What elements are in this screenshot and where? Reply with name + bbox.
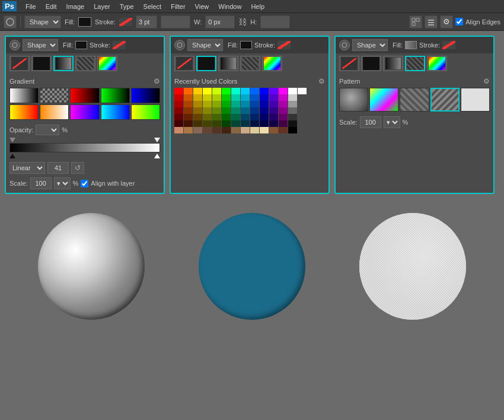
color-fill-tab-solid[interactable] (196, 56, 216, 71)
color-cell[interactable] (288, 101, 297, 107)
w-input[interactable] (205, 15, 235, 28)
pattern-shape-dropdown[interactable]: Shape (352, 39, 388, 51)
color-cell[interactable] (250, 94, 259, 101)
color-cell[interactable] (231, 120, 240, 127)
color-cell[interactable] (184, 114, 193, 120)
color-cell[interactable] (231, 127, 240, 133)
menu-image[interactable]: Image (62, 2, 89, 11)
color-cell[interactable] (222, 120, 231, 127)
gradient-swatch-0[interactable] (9, 88, 39, 103)
color-cell[interactable] (269, 114, 278, 120)
color-cell[interactable] (260, 120, 269, 127)
gradient-type-dropdown[interactable]: Linear Radial Angle (9, 162, 45, 174)
color-cell[interactable] (203, 114, 212, 120)
color-cell[interactable] (193, 114, 202, 120)
color-cell[interactable] (184, 120, 193, 127)
color-fill-tab-gradient[interactable] (218, 56, 238, 71)
color-cell[interactable] (231, 101, 240, 107)
menu-file[interactable]: File (21, 2, 40, 11)
pattern-stroke-swatch[interactable] (442, 41, 455, 49)
pattern-fill-swatch[interactable] (405, 41, 417, 49)
menu-edit[interactable]: Edit (42, 2, 61, 11)
color-cell[interactable] (212, 94, 221, 101)
fill-tab-solid[interactable] (31, 56, 52, 71)
color-cell[interactable] (260, 88, 269, 94)
color-cell[interactable] (193, 127, 202, 133)
color-cell[interactable] (212, 107, 221, 114)
color-cell[interactable] (193, 120, 202, 127)
pattern-settings-gear[interactable]: ⚙ (483, 77, 490, 85)
color-cell[interactable] (193, 107, 202, 114)
link-icon[interactable]: ⛓ (238, 17, 247, 27)
gradient-bar[interactable] (9, 143, 160, 152)
color-cell[interactable] (174, 94, 183, 101)
color-cell[interactable] (174, 107, 183, 114)
color-cell[interactable] (222, 88, 231, 94)
gradient-swatch-5[interactable] (9, 104, 39, 120)
color-cell[interactable] (184, 101, 193, 107)
color-stroke-swatch[interactable] (277, 41, 291, 49)
stroke-type-dropdown[interactable] (161, 15, 190, 28)
color-cell[interactable] (222, 114, 231, 120)
color-cell[interactable] (250, 114, 259, 120)
gradient-shape-dropdown[interactable]: Shape (23, 39, 58, 51)
gradient-circle-btn[interactable] (9, 40, 20, 50)
color-cell[interactable] (184, 88, 193, 94)
fill-tab-color[interactable] (97, 56, 117, 71)
color-cell[interactable] (279, 94, 288, 101)
menu-window[interactable]: Window (214, 2, 245, 11)
shape-tool-icon[interactable] (4, 15, 17, 28)
color-cell[interactable] (174, 120, 183, 127)
color-circle-btn[interactable] (174, 40, 185, 50)
color-cell[interactable] (288, 94, 297, 101)
color-cell[interactable] (222, 107, 231, 114)
gradient-angle-input[interactable] (47, 162, 69, 174)
menu-select[interactable]: Select (139, 2, 166, 11)
color-cell[interactable] (260, 107, 269, 114)
align-icon[interactable] (425, 15, 438, 28)
color-cell[interactable] (260, 114, 269, 120)
color-cell[interactable] (241, 127, 250, 133)
color-shape-dropdown[interactable]: Shape (187, 39, 223, 51)
color-cell[interactable] (269, 101, 278, 107)
color-cell[interactable] (250, 127, 259, 133)
color-cell[interactable] (203, 88, 212, 94)
color-cell[interactable] (250, 101, 259, 107)
color-cell[interactable] (184, 94, 193, 101)
color-cell[interactable] (260, 101, 269, 107)
color-cell[interactable] (203, 101, 212, 107)
gradient-stop-bottom-left[interactable] (9, 154, 15, 158)
color-cell[interactable] (241, 94, 250, 101)
color-cell[interactable] (184, 107, 193, 114)
gradient-scale-dd[interactable]: ▾ (54, 177, 71, 189)
color-cell[interactable] (203, 120, 212, 127)
opacity-dropdown[interactable] (36, 125, 59, 135)
gradient-reverse-button[interactable]: ↺ (71, 162, 84, 174)
gradient-swatch-1[interactable] (40, 88, 69, 103)
color-cell[interactable] (193, 101, 202, 107)
color-cell[interactable] (231, 88, 240, 94)
stroke-width-input[interactable] (136, 15, 157, 28)
color-cell[interactable] (174, 88, 183, 94)
fill-tab-pattern[interactable] (75, 56, 95, 71)
gradient-swatch-2[interactable] (70, 88, 99, 103)
color-cell-white[interactable] (298, 88, 307, 94)
color-cell[interactable] (279, 88, 288, 94)
pattern-swatch-4[interactable] (461, 88, 490, 112)
pattern-swatch-1[interactable] (369, 88, 398, 112)
gradient-swatch-4[interactable] (131, 88, 160, 103)
color-cell[interactable] (193, 88, 202, 94)
color-cell[interactable] (250, 107, 259, 114)
color-cell[interactable] (260, 94, 269, 101)
color-cell[interactable] (174, 101, 183, 107)
gradient-swatch-3[interactable] (101, 88, 130, 103)
pattern-fill-tab-solid[interactable] (361, 56, 381, 71)
menu-layer[interactable]: Layer (90, 2, 114, 11)
color-cell[interactable] (212, 88, 221, 94)
color-fill-swatch[interactable] (240, 41, 252, 49)
gradient-stop-top-right[interactable] (154, 138, 160, 142)
color-cell[interactable] (288, 114, 297, 120)
gradient-stop-top-left[interactable] (9, 138, 15, 142)
color-cell[interactable] (212, 114, 221, 120)
color-cell[interactable] (250, 88, 259, 94)
